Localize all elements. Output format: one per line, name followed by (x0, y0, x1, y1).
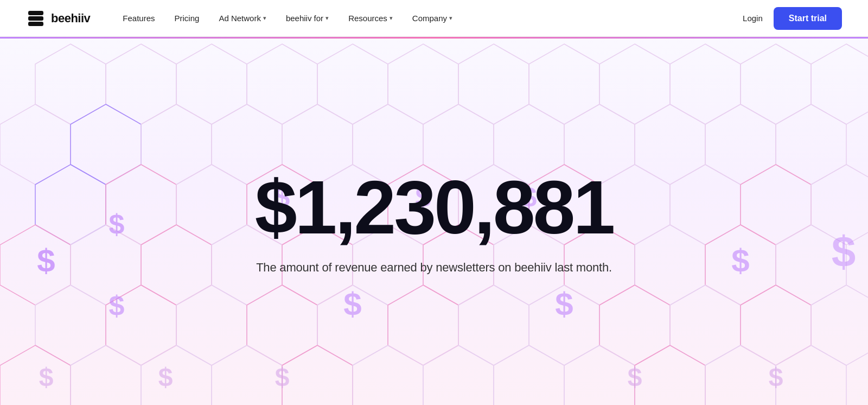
nav-resources[interactable]: Resources ▾ (348, 14, 393, 23)
svg-marker-64 (71, 345, 141, 405)
nav-company[interactable]: Company ▾ (412, 14, 452, 23)
login-link[interactable]: Login (743, 14, 763, 23)
svg-marker-38 (811, 164, 868, 245)
svg-marker-4 (106, 44, 176, 124)
svg-marker-41 (141, 225, 212, 305)
svg-marker-53 (176, 285, 247, 365)
svg-marker-27 (35, 164, 106, 245)
svg-marker-69 (423, 345, 494, 405)
svg-text:$: $ (37, 243, 55, 279)
svg-marker-74 (776, 345, 846, 405)
svg-marker-39 (0, 225, 71, 305)
svg-marker-49 (705, 225, 776, 305)
svg-marker-67 (282, 345, 353, 405)
svg-text:$: $ (109, 208, 125, 240)
svg-marker-11 (599, 44, 670, 124)
chevron-down-icon: ▾ (449, 15, 452, 22)
svg-marker-57 (458, 285, 529, 365)
svg-marker-51 (35, 285, 106, 365)
svg-marker-48 (635, 225, 705, 305)
nav-links: Features Pricing Ad Network ▾ beehiiv fo… (123, 14, 743, 23)
svg-marker-68 (353, 345, 423, 405)
svg-marker-72 (635, 345, 705, 405)
chevron-down-icon: ▾ (390, 15, 393, 22)
svg-rect-2 (28, 22, 43, 26)
svg-marker-60 (670, 285, 741, 365)
nav-ad-network[interactable]: Ad Network ▾ (219, 14, 266, 23)
svg-text:$: $ (158, 363, 173, 391)
svg-marker-52 (106, 285, 176, 365)
nav-features[interactable]: Features (123, 14, 155, 23)
svg-marker-5 (176, 44, 247, 124)
svg-marker-70 (494, 345, 564, 405)
svg-text:$: $ (731, 243, 749, 279)
nav-pricing[interactable]: Pricing (175, 14, 200, 23)
nav-right: Login Start trial (743, 7, 842, 30)
svg-rect-1 (28, 16, 43, 21)
hero-content: $1,230,881 The amount of revenue earned … (255, 169, 614, 275)
svg-marker-36 (670, 164, 741, 245)
svg-marker-15 (0, 104, 71, 185)
svg-marker-73 (705, 345, 776, 405)
svg-marker-59 (599, 285, 670, 365)
svg-marker-50 (776, 225, 846, 305)
chevron-down-icon: ▾ (263, 15, 266, 22)
svg-marker-28 (106, 164, 176, 245)
svg-marker-9 (458, 44, 529, 124)
svg-marker-16 (71, 104, 141, 185)
svg-marker-3 (35, 44, 106, 124)
svg-marker-65 (141, 345, 212, 405)
logo-text: beehiiv (51, 11, 90, 26)
svg-marker-10 (529, 44, 599, 124)
svg-marker-7 (317, 44, 388, 124)
svg-marker-71 (564, 345, 635, 405)
svg-text:$: $ (343, 286, 361, 322)
svg-marker-56 (388, 285, 458, 365)
svg-marker-40 (71, 225, 141, 305)
svg-marker-29 (176, 164, 247, 245)
svg-rect-0 (28, 11, 43, 15)
navbar: beehiiv Features Pricing Ad Network ▾ be… (0, 0, 868, 37)
chevron-down-icon: ▾ (326, 15, 329, 22)
svg-marker-62 (811, 285, 868, 365)
svg-marker-8 (388, 44, 458, 124)
svg-marker-63 (0, 345, 71, 405)
svg-marker-55 (317, 285, 388, 365)
svg-text:$: $ (555, 286, 573, 322)
svg-marker-12 (670, 44, 741, 124)
logo-icon (26, 9, 46, 28)
nav-beehiiv-for[interactable]: beehiiv for ▾ (286, 14, 329, 23)
svg-marker-54 (247, 285, 317, 365)
hero-section: .hex-outline { fill: none; stroke-width:… (0, 39, 868, 405)
svg-marker-26 (776, 104, 846, 185)
svg-text:$: $ (832, 227, 856, 276)
svg-text:$: $ (769, 363, 783, 391)
svg-text:$: $ (109, 290, 125, 321)
svg-marker-14 (811, 44, 868, 124)
svg-text:$: $ (275, 363, 290, 391)
svg-marker-6 (247, 44, 317, 124)
svg-marker-25 (705, 104, 776, 185)
svg-marker-37 (741, 164, 811, 245)
svg-marker-58 (529, 285, 599, 365)
svg-marker-24 (635, 104, 705, 185)
svg-marker-17 (141, 104, 212, 185)
logo[interactable]: beehiiv (26, 9, 90, 28)
hero-amount: $1,230,881 (255, 169, 614, 245)
svg-marker-66 (212, 345, 282, 405)
svg-text:$: $ (39, 363, 54, 391)
start-trial-button[interactable]: Start trial (774, 7, 842, 30)
svg-marker-13 (741, 44, 811, 124)
svg-marker-61 (741, 285, 811, 365)
svg-text:$: $ (628, 363, 642, 391)
hero-subtitle: The amount of revenue earned by newslett… (255, 261, 614, 275)
